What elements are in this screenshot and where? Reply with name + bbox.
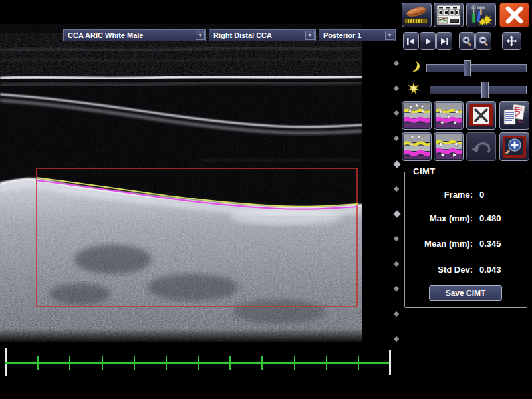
- cimt-panel-title: CIMT: [410, 166, 438, 176]
- cimt-panel: CIMT Frame: 0 Max (mm): 0.480 Mean (mm):…: [404, 172, 527, 308]
- diamond-marker-icon: [393, 160, 400, 168]
- moon-icon: [408, 60, 422, 73]
- last-frame-icon: [439, 36, 450, 47]
- ruler-tick: [261, 356, 263, 370]
- diamond-marker-icon: [394, 236, 399, 241]
- max-value: 0.480: [479, 213, 501, 223]
- sun-icon: [407, 82, 420, 95]
- angle-dropdown[interactable]: Posterior 1 ▼: [319, 29, 396, 41]
- diamond-marker-icon: [394, 186, 399, 191]
- undo-icon: [470, 138, 493, 156]
- undo-button[interactable]: [466, 132, 496, 161]
- brightness-slider-thumb[interactable]: [464, 60, 471, 76]
- settings-tools-button[interactable]: [466, 3, 496, 27]
- play-icon: [422, 36, 433, 47]
- ruler-tick: [166, 356, 167, 370]
- probe-ruler-icon: [403, 4, 430, 26]
- pan-icon: [506, 35, 517, 47]
- zoom-in-button[interactable]: [459, 32, 475, 50]
- ruler-right-cap: [389, 350, 391, 375]
- ruler: [0, 348, 399, 379]
- diamond-marker-icon: [394, 85, 399, 90]
- wall-center-button[interactable]: [434, 132, 464, 161]
- first-frame-icon: [406, 36, 416, 47]
- std-dev-value: 0.043: [479, 265, 501, 275]
- delete-trace-button[interactable]: [466, 101, 496, 130]
- contrast-slider-thumb[interactable]: [481, 82, 489, 98]
- frame-value: 0: [479, 190, 484, 200]
- location-dropdown[interactable]: Right Distal CCA ▼: [209, 29, 316, 41]
- mean-row: Mean (mm): 0.345: [405, 239, 527, 249]
- save-cimt-button[interactable]: Save CIMT: [429, 285, 502, 301]
- application-window: CCA ARIC White Male ▼ Right Distal CCA ▼…: [0, 0, 532, 399]
- diamond-marker-icon: [393, 211, 400, 218]
- first-frame-button[interactable]: [403, 32, 419, 50]
- ruler-tick: [102, 356, 103, 370]
- last-frame-button[interactable]: [436, 32, 452, 50]
- exam-type-dropdown[interactable]: CCA ARIC White Male ▼: [63, 29, 206, 41]
- wall-nudge-icon: [403, 134, 430, 160]
- wall-expand-button[interactable]: [402, 101, 432, 130]
- contrast-slider[interactable]: [430, 86, 527, 94]
- mean-value: 0.345: [479, 239, 501, 249]
- close-button[interactable]: [499, 3, 529, 27]
- std-dev-label: Std Dev:: [405, 265, 473, 275]
- brightness-slider[interactable]: [426, 64, 527, 72]
- location-label: Right Distal CCA: [209, 31, 305, 39]
- play-button[interactable]: [420, 32, 436, 50]
- diamond-marker-icon: [394, 110, 399, 116]
- magnify-roi-icon: [502, 135, 527, 158]
- ultrasound-image[interactable]: [0, 24, 362, 342]
- ruler-tick: [326, 356, 327, 370]
- ultrasound-render: [0, 24, 362, 342]
- chevron-down-icon[interactable]: ▼: [305, 31, 315, 40]
- wall-center-icon: [435, 134, 462, 160]
- diamond-marker-icon: [394, 61, 399, 66]
- wall-expand-icon: [403, 102, 430, 128]
- angle-label: Posterior 1: [319, 31, 385, 39]
- report-grid-icon: [436, 5, 461, 25]
- ruler-tick: [229, 356, 231, 370]
- max-row: Max (mm): 0.480: [405, 213, 527, 223]
- chevron-down-icon[interactable]: ▼: [196, 31, 205, 40]
- probe-settings-button[interactable]: [402, 3, 432, 27]
- magnify-roi-button[interactable]: [499, 132, 529, 161]
- ruler-tick: [358, 356, 359, 370]
- pan-button[interactable]: [502, 32, 521, 50]
- zoom-out-icon: [477, 35, 489, 47]
- frame-label: Frame:: [405, 190, 473, 200]
- close-icon: [500, 3, 529, 27]
- diamond-marker-icon: [394, 286, 399, 291]
- frame-row: Frame: 0: [405, 190, 527, 200]
- delete-trace-icon: [469, 104, 493, 127]
- mean-label: Mean (mm):: [405, 239, 473, 249]
- zoom-out-button[interactable]: [475, 32, 491, 50]
- diamond-marker-icon: [394, 336, 399, 341]
- exam-type-label: CCA ARIC White Male: [64, 31, 196, 39]
- wall-collapse-button[interactable]: [434, 101, 464, 130]
- ruler-tick: [198, 356, 199, 370]
- max-label: Max (mm):: [405, 213, 473, 223]
- diamond-marker-icon: [394, 311, 399, 317]
- std-dev-row: Std Dev: 0.043: [405, 265, 527, 275]
- ruler-tick: [69, 356, 70, 370]
- wall-nudge-button[interactable]: [402, 132, 432, 161]
- diamond-marker-icon: [394, 136, 399, 141]
- chevron-down-icon[interactable]: ▼: [385, 31, 394, 40]
- ruler-tick: [294, 356, 295, 370]
- copy-report-button[interactable]: [499, 101, 529, 130]
- wall-collapse-icon: [435, 102, 462, 128]
- copy-report-icon: [501, 104, 527, 127]
- diamond-marker-icon: [394, 261, 399, 266]
- report-button[interactable]: [434, 3, 464, 27]
- zoom-in-icon: [461, 35, 473, 47]
- ruler-tick: [134, 356, 135, 370]
- ruler-tick: [37, 356, 39, 370]
- tools-icon: [469, 5, 493, 25]
